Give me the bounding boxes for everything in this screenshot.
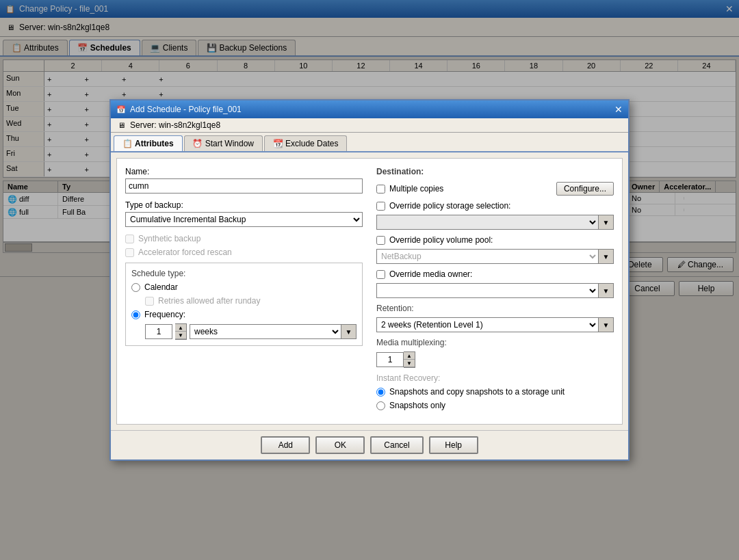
media-multiplex-label: Media multiplexing: [376, 338, 614, 347]
add-button[interactable]: Add [261, 436, 310, 454]
override-media-owner-arrow[interactable]: ▼ [599, 283, 614, 298]
modal-server-label: Server: win-s8n2kgl1qe8 [130, 120, 220, 130]
instant-recovery-row: Instant Recovery: Snapshots and copy sna… [376, 373, 614, 410]
synthetic-backup-checkbox[interactable] [125, 235, 134, 243]
override-media-owner-row: Override media owner: ▼ [376, 269, 614, 298]
destination-label: Destination: [376, 167, 614, 176]
snapshots-copy-radio[interactable] [376, 388, 385, 397]
type-backup-select-wrapper: Cumulative Incremental Backup [125, 212, 363, 227]
override-volume-arrow[interactable]: ▼ [599, 249, 614, 264]
media-multiplex-up[interactable]: ▲ [404, 352, 415, 360]
type-backup-label: Type of backup: [125, 200, 363, 210]
modal-tab-attributes[interactable]: 📋 Attributes [114, 135, 183, 151]
modal-server-icon [116, 120, 126, 130]
modal-content: Name: Type of backup: Cumulative Increme… [116, 158, 623, 425]
snapshots-only-label: Snapshots only [389, 401, 445, 410]
modal-overlay: Add Schedule - Policy file_001 ✕ Server:… [0, 0, 739, 560]
multiple-copies-label: Multiple copies [389, 184, 443, 194]
override-storage-arrow[interactable]: ▼ [599, 215, 614, 230]
calendar-row: Calendar [131, 282, 356, 292]
freq-unit-arrow[interactable]: ▼ [341, 324, 356, 339]
type-backup-select[interactable]: Cumulative Incremental Backup [125, 212, 363, 227]
modal-attr-icon: 📋 [122, 139, 132, 148]
frequency-row: Frequency: [131, 310, 356, 319]
modal-tab-start-window[interactable]: ⏰ Start Window [184, 135, 263, 151]
snapshots-only-radio[interactable] [376, 401, 385, 410]
name-input[interactable] [125, 178, 363, 194]
media-multiplex-spinner: ▲ ▼ [404, 351, 415, 368]
freq-input-row: ▲ ▼ weeks ▼ [145, 323, 356, 340]
retries-checkbox[interactable] [145, 297, 154, 306]
multiple-copies-row: Multiple copies Configure... [376, 182, 614, 196]
configure-button[interactable]: Configure... [556, 182, 614, 196]
accelerator-rescan-label: Accelerator forced rescan [138, 248, 232, 257]
retries-label: Retries allowed after runday [158, 296, 260, 306]
override-volume-row: Override policy volume pool: NetBackup ▼ [376, 235, 614, 264]
accelerator-rescan-checkbox[interactable] [125, 248, 134, 257]
override-storage-checkbox[interactable] [376, 202, 385, 211]
frequency-spinner: ▲ ▼ [175, 323, 187, 340]
modal-footer: Add OK Cancel Help [111, 430, 628, 459]
modal-help-button[interactable]: Help [429, 436, 478, 454]
override-media-owner-label: Override media owner: [389, 269, 472, 279]
schedule-type-box: Schedule type: Calendar Retries allowed … [125, 263, 363, 346]
media-multiplex-down[interactable]: ▼ [404, 360, 415, 367]
modal-ed-label: Exclude Dates [285, 139, 338, 148]
retries-row: Retries allowed after runday [145, 296, 356, 306]
name-label: Name: [125, 167, 363, 176]
accelerator-rescan-row: Accelerator forced rescan [125, 248, 363, 257]
modal-attr-label: Attributes [135, 139, 174, 148]
snapshots-only-row: Snapshots only [376, 401, 614, 410]
media-multiplex-input-row: ▲ ▼ [376, 351, 614, 368]
name-row: Name: [125, 167, 363, 194]
override-volume-checkbox[interactable] [376, 236, 385, 245]
main-window: Change Policy - file_001 ✕ Server: win-s… [0, 0, 739, 560]
modal-title-left: Add Schedule - Policy file_001 [116, 105, 242, 114]
freq-up-btn[interactable]: ▲ [175, 324, 186, 332]
modal-close-btn[interactable]: ✕ [614, 104, 623, 115]
override-storage-label: Override policy storage selection: [389, 201, 510, 211]
multiple-copies-checkbox[interactable] [376, 185, 385, 194]
freq-down-btn[interactable]: ▼ [175, 332, 186, 339]
calendar-radio[interactable] [131, 283, 140, 292]
retention-select-wrapper: 2 weeks (Retention Level 1) ▼ [376, 317, 614, 332]
override-media-owner-checkbox[interactable] [376, 270, 385, 279]
retention-row: Retention: 2 weeks (Retention Level 1) ▼ [376, 304, 614, 332]
left-section: Name: Type of backup: Cumulative Increme… [125, 167, 363, 416]
override-volume-select[interactable]: NetBackup [376, 249, 599, 264]
media-multiplex-row: Media multiplexing: ▲ ▼ [376, 338, 614, 368]
snapshots-copy-label: Snapshots and copy snapshots to a storag… [389, 387, 565, 397]
retention-select[interactable]: 2 weeks (Retention Level 1) [376, 317, 599, 332]
frequency-value-input[interactable] [145, 324, 172, 339]
modal-cancel-button[interactable]: Cancel [370, 436, 423, 454]
freq-unit-wrapper: weeks ▼ [190, 324, 356, 339]
modal-title-icon [116, 105, 126, 114]
modal-sw-icon: ⏰ [193, 139, 203, 148]
modal-title: Add Schedule - Policy file_001 [130, 105, 242, 114]
modal-tab-exclude-dates[interactable]: 📆 Exclude Dates [264, 135, 347, 151]
frequency-label: Frequency: [144, 310, 185, 319]
type-backup-row: Type of backup: Cumulative Incremental B… [125, 200, 363, 227]
synthetic-backup-label: Synthetic backup [138, 234, 200, 243]
retention-label: Retention: [376, 304, 614, 313]
modal-ok-button[interactable]: OK [315, 436, 365, 454]
add-schedule-modal: Add Schedule - Policy file_001 ✕ Server:… [109, 99, 630, 461]
instant-recovery-label: Instant Recovery: [376, 373, 614, 383]
synthetic-backup-row: Synthetic backup [125, 234, 363, 243]
override-media-owner-select-wrapper: ▼ [376, 283, 614, 298]
frequency-radio[interactable] [131, 310, 140, 319]
override-storage-select[interactable] [376, 215, 599, 230]
calendar-label: Calendar [144, 282, 178, 292]
modal-tabs: 📋 Attributes ⏰ Start Window 📆 Exclude Da… [111, 133, 628, 152]
modal-title-bar: Add Schedule - Policy file_001 ✕ [111, 101, 628, 118]
override-volume-label: Override policy volume pool: [389, 235, 493, 245]
retention-arrow[interactable]: ▼ [599, 317, 614, 332]
right-section: Destination: Multiple copies Configure..… [376, 167, 614, 416]
media-multiplex-input[interactable] [376, 352, 404, 367]
override-storage-row: Override policy storage selection: ▼ [376, 201, 614, 230]
schedule-type-label: Schedule type: [131, 269, 356, 278]
frequency-unit-select[interactable]: weeks [190, 324, 341, 339]
modal-server-bar: Server: win-s8n2kgl1qe8 [111, 118, 628, 133]
override-volume-select-wrapper: NetBackup ▼ [376, 249, 614, 264]
override-media-owner-select[interactable] [376, 283, 599, 298]
